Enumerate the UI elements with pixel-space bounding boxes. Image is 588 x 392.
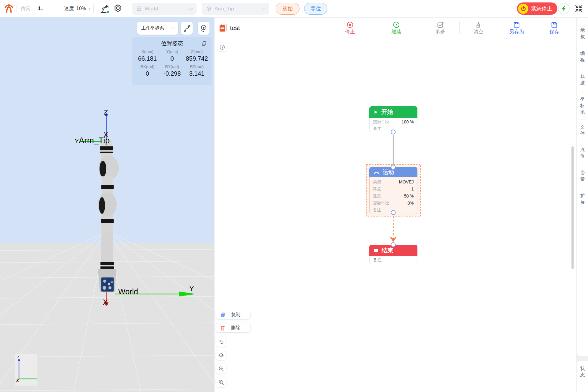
- sidebar-item-trajectory[interactable]: 轨迹: [577, 73, 588, 86]
- app-logo-icon: [4, 3, 14, 13]
- pose-value: 859.742: [184, 55, 209, 62]
- pose-value: 3.141: [184, 70, 209, 77]
- stop-square-icon: [374, 248, 378, 253]
- chevron-down-icon: [171, 26, 175, 30]
- sidebar-item-status[interactable]: 状态: [577, 365, 588, 378]
- divider: [580, 142, 585, 142]
- node-field-value: 0%: [408, 201, 414, 205]
- pose-label: Y(mm): [160, 49, 185, 54]
- flow-connectors: [215, 37, 575, 392]
- top-toolbar: 仿真 1↓ 速度 10% ▼: [0, 0, 588, 17]
- tip-frame-name: Arm_Tip: [79, 136, 110, 145]
- emergency-stop-button[interactable]: 紧急停止: [517, 2, 557, 15]
- node-start-header[interactable]: 开始: [369, 106, 417, 118]
- world-frame-name: World: [118, 287, 138, 296]
- node-move[interactable]: 运动 类型 MOVEJ 路点 1 速度 50 % 交融半径 0% 备注: [369, 167, 417, 214]
- divider: [580, 69, 585, 69]
- sim-mode-label[interactable]: 仿真: [17, 3, 34, 14]
- sidebar-item-coordsys[interactable]: 坐标系: [577, 96, 588, 115]
- port-move-in[interactable]: [391, 165, 396, 170]
- divider: [580, 165, 585, 165]
- copy-pose-icon[interactable]: [201, 41, 207, 46]
- pose-label: RY(rad): [160, 64, 185, 69]
- joint-order-icon[interactable]: 1↓: [34, 3, 47, 14]
- speed-value: 10%: [75, 3, 87, 14]
- divider: [580, 46, 585, 46]
- robot-studio-app: 仿真 1↓ 速度 10% ▼: [0, 0, 588, 392]
- pose-value: 0: [135, 70, 160, 77]
- program-header: [215, 18, 576, 37]
- sidebar-item-program[interactable]: 编程: [577, 50, 588, 63]
- connector-arrowhead: [390, 236, 397, 242]
- divider: [580, 92, 585, 92]
- tip-y-axis-label: Y: [75, 138, 79, 145]
- tip-z-axis-label: Z: [104, 108, 108, 116]
- speed-label: 速度: [60, 3, 75, 14]
- node-end-body: 备注: [369, 256, 417, 264]
- pose-label: RX(rad): [135, 64, 160, 69]
- work-coord-dropdown[interactable]: 工作坐标系: [137, 22, 178, 35]
- emergency-stop-label: 紧急停止: [531, 5, 552, 12]
- sidebar-item-teach[interactable]: 示教: [577, 27, 588, 40]
- node-field-value: 100 %: [401, 119, 414, 124]
- hexagon-target-icon[interactable]: [113, 4, 123, 13]
- node-field-value: 50 %: [404, 194, 414, 198]
- port-end-in[interactable]: [391, 242, 396, 247]
- servo-power-button[interactable]: [558, 3, 570, 14]
- program-tab-test[interactable]: test: [219, 23, 240, 32]
- speed-dropdown[interactable]: 速度 10% ▼: [60, 3, 94, 14]
- chevron-down-icon: [189, 6, 193, 10]
- zero-pose-button[interactable]: 零位: [304, 3, 327, 15]
- sidebar-item-files[interactable]: 文件: [577, 124, 588, 137]
- sidebar-item-extensions[interactable]: 扩展: [577, 192, 588, 205]
- world-frame-select[interactable]: World: [132, 3, 197, 15]
- port-move-out[interactable]: [391, 210, 396, 215]
- divider: [580, 119, 585, 119]
- pose-values-grid: X(mm) Y(mm) Z(mm) 66.181 0 859.742 RX(ra…: [135, 49, 209, 77]
- work-coord-label: 工作坐标系: [141, 25, 172, 31]
- world-x-axis-label: X: [103, 298, 108, 307]
- frame-grid-icon: [136, 6, 141, 11]
- tool-frame-select[interactable]: Arm_Tip: [202, 3, 269, 15]
- power-icon: [518, 4, 528, 14]
- sim-online-dot: [107, 10, 110, 13]
- init-pose-button[interactable]: 初始: [276, 3, 300, 15]
- node-move-body: 类型 MOVEJ 路点 1 速度 50 % 交融半径 0% 备注: [369, 177, 417, 214]
- node-field-label: 交融半径: [373, 119, 389, 125]
- divider: [580, 188, 585, 188]
- node-field-value: 1: [411, 187, 414, 191]
- pose-panel: 位置姿态 X(mm) Y(mm) Z(mm) 66.181 0 859.742 …: [132, 37, 212, 85]
- gizmo-z-label: z: [17, 354, 20, 359]
- tip-frame-label-group: Y Arm_Tip: [75, 136, 110, 145]
- sidebar-item-points[interactable]: 点位: [577, 146, 588, 159]
- node-start[interactable]: 开始 交融半径 100 % 备注: [369, 106, 417, 132]
- node-field-label: 备注: [373, 257, 382, 263]
- sidebar-item-variables[interactable]: 变量: [577, 169, 588, 182]
- model-view-button[interactable]: [198, 22, 209, 35]
- gizmo-x-label: x: [16, 377, 19, 383]
- program-file-icon: [219, 23, 227, 32]
- tool-frame-value: Arm_Tip: [214, 6, 262, 12]
- node-field-label: 类型: [373, 179, 381, 185]
- node-field-label: 路点: [373, 186, 381, 192]
- world-y-axis-label: Y: [189, 285, 194, 293]
- path-icon: [183, 24, 191, 32]
- collapse-window-icon[interactable]: [575, 4, 583, 13]
- cube-icon: [206, 6, 211, 11]
- pose-value: 0: [160, 55, 185, 62]
- world-frame-value: World: [145, 6, 190, 12]
- node-end[interactable]: 结束 备注: [369, 245, 417, 264]
- node-field-label: 交融半径: [373, 200, 389, 206]
- cube-rotate-icon: [200, 24, 208, 32]
- port-start-out[interactable]: [391, 130, 396, 134]
- node-field-label: 备注: [373, 207, 381, 213]
- trajectory-toggle-button[interactable]: [181, 22, 193, 35]
- node-field-value: MOVEJ: [399, 179, 414, 184]
- sim-mode-group: 仿真 1↓: [17, 3, 50, 14]
- pose-label: RZ(rad): [184, 64, 209, 69]
- lightning-icon: [561, 6, 567, 12]
- pose-value: -0.298: [160, 70, 185, 77]
- robot-status-icon[interactable]: [99, 3, 111, 14]
- node-field-label: 速度: [373, 193, 381, 199]
- pose-panel-title: 位置姿态: [135, 40, 209, 47]
